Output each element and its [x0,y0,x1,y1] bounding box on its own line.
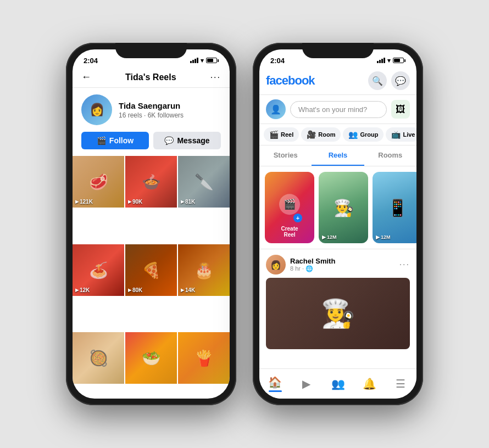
group-icon: 👥 [348,130,358,139]
screen-right: 2:04 ▾ [259,49,416,399]
nav-friends[interactable]: 👥 [322,373,353,394]
status-icons-right: ▾ [377,57,405,64]
time-right: 2:04 [270,57,285,65]
post-image [266,278,410,349]
reel-count-4: ▶ 12K [75,287,90,293]
page-title-reels: Tida's Reels [91,72,210,82]
reel-thumb-9[interactable] [178,332,230,384]
live-icon: 📺 [391,130,401,139]
battery-icon-right [393,58,405,63]
reel-thumb-8[interactable] [125,332,177,384]
reel-card-2[interactable]: ▶ 12M [373,172,416,243]
create-reel-card[interactable]: 🎬 + CreateReel [265,172,314,243]
reel-count-3: ▶ 81K [181,199,195,205]
post-user-meta: 8 hr · 🌐 [290,265,335,272]
reel-thumb-2[interactable]: ▶ 90K [125,156,177,208]
screen-left: 2:04 ▾ ← Tid [73,49,230,399]
nav-home[interactable]: 🏠 [259,373,291,394]
play-icon: ▶ [128,288,131,293]
facebook-logo: facebook [266,74,315,88]
post-more-button[interactable]: ··· [399,260,410,270]
message-label: Message [177,136,209,145]
play-icon: ▶ [322,234,326,240]
group-quick-button[interactable]: 👥 Group [343,127,384,142]
live-label: Live [403,131,415,138]
reel-icon: 🎬 [269,130,279,139]
profile-info: Tida Saengarun 16 reels · 6K followers [119,101,221,119]
back-button[interactable]: ← [81,71,91,83]
play-icon: ▶ [75,199,79,204]
fb-content: facebook 🔍 💬 👤 What's on your mind? 🖼 🎬 [259,67,416,399]
live-quick-button[interactable]: 📺 Live [386,127,416,142]
reel-count-1: ▶ 121K [75,199,93,205]
status-icons-left: ▾ [190,57,219,64]
follow-label: Follow [109,136,134,145]
create-reel-plus-icon: + [293,214,302,222]
quick-actions: 🎬 Reel 🎥 Room 👥 Group 📺 Live [259,124,416,145]
profile-meta: 16 reels · 6K followers [119,111,221,119]
signal-icon-right [377,58,385,63]
reel-thumb-5[interactable]: ▶ 80K [125,244,177,296]
reel-card-1[interactable]: ▶ 12M [319,172,368,243]
post-user: 👩 Rachel Smith 8 hr · 🌐 [266,255,335,275]
bottom-nav: 🏠 ▶ 👥 🔔 ☰ [259,368,416,399]
play-icon: ▶ [181,288,184,293]
content-tabs: Stories Reels Rooms [259,145,416,166]
room-quick-button[interactable]: 🎥 Room [301,127,341,142]
battery-icon [206,58,219,63]
phone-left: 2:04 ▾ ← Tid [66,43,236,405]
play-icon: ▶ [376,234,380,240]
messenger-button[interactable]: 💬 [391,71,410,90]
fb-header: facebook 🔍 💬 [259,67,416,95]
search-button[interactable]: 🔍 [368,71,387,90]
wifi-icon: ▾ [201,57,204,64]
reel-thumb-6[interactable]: ▶ 14K [178,244,230,296]
reel-card-count-2: ▶ 12M [376,234,391,240]
follow-button[interactable]: 🎬 Follow [81,132,149,149]
fb-header-icons: 🔍 💬 [368,71,410,90]
action-buttons: 🎬 Follow 💬 Message [73,132,230,156]
nav-menu[interactable]: ☰ [385,373,416,394]
notch-left [115,43,187,58]
profile-section: 👩 Tida Saengarun 16 reels · 6K followers [73,88,230,132]
tab-reels[interactable]: Reels [312,145,364,166]
post-user-info: Rachel Smith 8 hr · 🌐 [290,257,335,272]
reels-grid: ▶ 121K ▶ 90K ▶ 81K [73,156,230,399]
avatar: 👩 [81,94,112,125]
reels-profile-content: 👩 Tida Saengarun 16 reels · 6K followers… [73,88,230,399]
composer-input[interactable]: What's on your mind? [290,101,387,118]
reel-count-2: ▶ 90K [128,199,142,205]
more-options-button[interactable]: ··· [210,72,221,82]
post-avatar: 👩 [266,255,286,275]
follow-icon: 🎬 [97,136,106,145]
signal-icon [190,58,198,63]
nav-video[interactable]: ▶ [291,373,322,394]
reel-thumb-4[interactable]: ▶ 12K [73,244,124,296]
avatar-image: 👩 [81,94,112,125]
phone-right: 2:04 ▾ [253,43,423,405]
time-left: 2:04 [84,57,98,65]
post-user-name: Rachel Smith [290,257,335,265]
photo-button[interactable]: 🖼 [391,100,410,119]
play-icon: ▶ [75,288,79,293]
room-icon: 🎥 [307,130,316,139]
reel-count-6: ▶ 14K [181,287,195,293]
reels-strip: 🎬 + CreateReel ▶ 12M ▶ [259,166,416,249]
scene: 2:04 ▾ ← Tid [0,0,489,448]
reel-thumb-1[interactable]: ▶ 121K [73,156,124,208]
reel-label: Reel [281,131,293,138]
post-composer: 👤 What's on your mind? 🖼 [259,95,416,124]
message-button[interactable]: 💬 Message [153,132,221,149]
create-reel-icon: 🎬 [279,194,300,215]
reel-thumb-3[interactable]: ▶ 81K [178,156,230,208]
nav-bar-left: ← Tida's Reels ··· [73,67,230,88]
tab-rooms[interactable]: Rooms [364,145,416,166]
play-icon: ▶ [181,199,184,204]
nav-notifications[interactable]: 🔔 [354,373,385,394]
group-label: Group [360,131,378,138]
reel-thumb-7[interactable] [73,332,124,384]
tab-stories[interactable]: Stories [259,145,312,166]
notch-right [302,43,374,58]
reel-quick-button[interactable]: 🎬 Reel [264,127,299,142]
wifi-icon-right: ▾ [387,57,391,64]
